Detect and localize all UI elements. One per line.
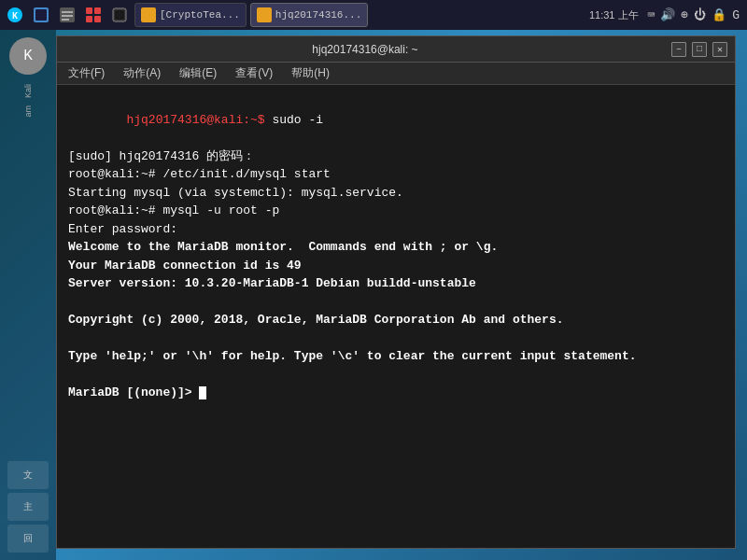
terminal-line-2: [sudo] hjq20174316 的密码： [68, 147, 724, 166]
left-sidebar: K Kali am 文 主 回 [0, 30, 56, 560]
clock: 11:31 上午 [585, 8, 642, 22]
network-icon: ⊕ [681, 7, 688, 22]
terminal-line-5: root@kali:~# mysql -u root -p [68, 202, 724, 220]
avatar: K [9, 37, 47, 75]
terminal-line-13: Type 'help;' or '\h' for help. Type '\c'… [68, 347, 724, 366]
tab-1-label: [CryptоТеа... [160, 9, 240, 21]
terminal-body[interactable]: hjq20174316@kali:~$ sudo -i [sudo] hjq20… [57, 85, 735, 548]
sidebar-item-1[interactable]: 文 [7, 461, 49, 489]
svg-rect-3 [35, 9, 47, 21]
svg-rect-6 [62, 15, 73, 17]
close-button[interactable]: ✕ [712, 42, 727, 57]
svg-rect-5 [62, 11, 73, 13]
tab-2-icon [257, 7, 272, 22]
terminal-line-7: Welcome to the MariaDB monitor. Commands… [68, 238, 724, 257]
speaker-icon: 🔊 [660, 7, 675, 22]
sidebar-label-1: Kali [21, 82, 35, 100]
menu-view[interactable]: 查看(V) [232, 63, 276, 83]
terminal-line-1: hjq20174316@kali:~$ sudo -i [68, 92, 724, 147]
terminal-line-3: root@kali:~# /etc/init.d/mysql start [68, 165, 724, 184]
tab-1-icon [141, 7, 156, 22]
terminal-line-14 [68, 366, 724, 385]
terminal-line-6: Enter password: [68, 220, 724, 239]
svg-rect-8 [86, 7, 92, 14]
svg-rect-9 [94, 7, 101, 14]
sidebar-label-2: am [21, 104, 35, 119]
maximize-button[interactable]: □ [692, 42, 707, 57]
flag-icon: G [732, 8, 740, 22]
cmd-1: sudo -i [272, 113, 323, 127]
svg-text:K: K [12, 11, 18, 21]
window-title: hjq20174316@kali: ~ [64, 43, 666, 56]
terminal-line-8: Your MariaDB connection id is 49 [68, 257, 724, 275]
taskbar: K [CryptоТеа... hjq20174316... 11:31 上午 [0, 0, 747, 30]
desktop: K [CryptоТеа... hjq20174316... 11:31 上午 [0, 0, 747, 560]
taskbar-icon-5[interactable] [108, 4, 131, 26]
menu-file[interactable]: 文件(F) [64, 63, 108, 83]
avatar-text: K [23, 48, 33, 64]
terminal-window: hjq20174316@kali: ~ – □ ✕ 文件(F) 动作(A) 编辑… [56, 35, 736, 549]
svg-rect-7 [62, 19, 69, 21]
taskbar-tab-1[interactable]: [CryptоТеа... [134, 3, 247, 27]
svg-rect-11 [94, 16, 101, 22]
lock-icon: 🔒 [712, 7, 726, 22]
terminal-line-12 [68, 329, 724, 348]
power-icon: ⏻ [694, 8, 706, 22]
taskbar-icon-4[interactable] [82, 4, 105, 26]
prompt-user: hjq20174316@kali:~$ [126, 113, 272, 127]
terminal-line-10 [68, 293, 724, 312]
taskbar-icon-3[interactable] [56, 4, 78, 26]
svg-rect-10 [86, 16, 92, 22]
terminal-line-4: Starting mysql (via systemctl): mysql.se… [68, 184, 724, 203]
terminal-line-9: Server version: 10.3.20-MariaDB-1 Debian… [68, 274, 724, 293]
tab-2-label: hjq20174316... [275, 9, 361, 21]
taskbar-icon-1[interactable]: K [4, 4, 26, 26]
taskbar-tab-2[interactable]: hjq20174316... [250, 3, 368, 27]
terminal-line-11: Copyright (c) 2000, 2018, Oracle, MariaD… [68, 311, 724, 329]
terminal-line-15: MariaDB [(none)]> [68, 384, 724, 402]
sidebar-item-3[interactable]: 回 [7, 525, 49, 553]
keyboard-icon: ⌨ [648, 7, 655, 22]
sidebar-item-2[interactable]: 主 [7, 493, 49, 521]
menu-action[interactable]: 动作(A) [120, 63, 164, 83]
menu-help[interactable]: 帮助(H) [288, 63, 333, 83]
menubar: 文件(F) 动作(A) 编辑(E) 查看(V) 帮助(H) [57, 63, 735, 85]
svg-rect-13 [115, 10, 124, 20]
titlebar: hjq20174316@kali: ~ – □ ✕ [57, 36, 735, 63]
minimize-button[interactable]: – [671, 42, 686, 57]
menu-edit[interactable]: 编辑(E) [176, 63, 220, 83]
sys-tray: 11:31 上午 ⌨ 🔊 ⊕ ⏻ 🔒 G [582, 7, 743, 22]
cursor [199, 386, 206, 399]
taskbar-icon-2[interactable] [30, 4, 52, 26]
